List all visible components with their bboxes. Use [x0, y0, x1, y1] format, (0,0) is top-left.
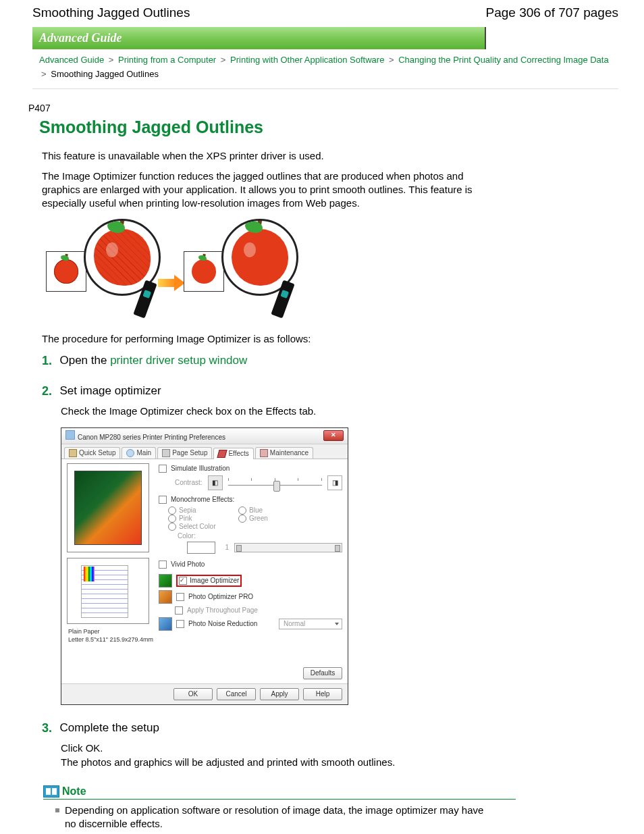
- step-1: 1. Open the printer driver setup window: [42, 354, 618, 368]
- color-label: Color:: [178, 532, 196, 540]
- media-size: Letter 8.5"x11" 215.9x279.4mm: [68, 636, 153, 644]
- image-optimizer-label: Image Optimizer: [190, 577, 239, 585]
- printer-driver-setup-link[interactable]: printer driver setup window: [110, 354, 247, 367]
- intro-paragraph-2: The Image Optimizer function reduces the…: [42, 170, 501, 211]
- crumb-sep: >: [389, 55, 394, 65]
- noise-level-dropdown[interactable]: Normal: [279, 619, 342, 629]
- procedures-intro: The procedure for performing Image Optim…: [42, 332, 501, 346]
- preview-image: [67, 463, 149, 552]
- vivid-photo-checkbox[interactable]: [159, 561, 167, 569]
- maintenance-icon: [260, 449, 268, 457]
- crumb-current: Smoothing Jagged Outlines: [51, 69, 159, 79]
- note-header: Note: [43, 785, 516, 800]
- tab-effects[interactable]: Effects: [213, 448, 253, 459]
- pink-label: Pink: [179, 515, 192, 523]
- color-value: 1: [221, 544, 229, 552]
- crumb-sep: >: [109, 55, 114, 65]
- tab-page-setup[interactable]: Page Setup: [157, 447, 212, 459]
- contrast-high-icon: ◨: [327, 475, 342, 490]
- apply-button[interactable]: Apply: [260, 688, 299, 700]
- before-after-illustration: [42, 219, 609, 320]
- crumb-advanced-guide[interactable]: Advanced Guide: [39, 55, 104, 65]
- tab-quick-setup-label: Quick Setup: [79, 449, 115, 457]
- after-panel: [180, 219, 301, 320]
- photo-optimizer-pro-label: Photo Optimizer PRO: [188, 593, 253, 601]
- image-optimizer-highlight: Image Optimizer: [176, 575, 242, 587]
- crumb-quality[interactable]: Changing the Print Quality and Correctin…: [398, 55, 608, 65]
- color-slider[interactable]: [234, 543, 342, 552]
- blue-label: Blue: [249, 506, 263, 515]
- note-title: Note: [62, 785, 86, 798]
- tab-main-label: Main: [136, 449, 151, 457]
- tab-maintenance-label: Maintenance: [270, 449, 308, 457]
- step-2-title: Set image optimizer: [59, 384, 161, 397]
- help-button[interactable]: Help: [303, 688, 342, 700]
- select-color-radio[interactable]: [168, 523, 176, 531]
- tab-main[interactable]: Main: [122, 447, 156, 459]
- window-icon: [65, 430, 75, 440]
- page-setup-icon: [162, 449, 170, 457]
- select-color-label: Select Color: [179, 523, 215, 531]
- step-3-title: Complete the setup: [59, 721, 159, 734]
- simulate-illustration-checkbox[interactable]: [159, 465, 167, 473]
- crumb-sep: >: [41, 69, 47, 79]
- contrast-low-icon: ◧: [208, 475, 223, 490]
- note-item: Depending on application software or res…: [55, 804, 487, 831]
- quick-setup-icon: [69, 449, 77, 457]
- contrast-label: Contrast:: [175, 479, 203, 487]
- intro-paragraph-1: This feature is unavailable when the XPS…: [42, 149, 501, 163]
- step-3-body-1: Click OK.: [61, 741, 493, 755]
- main-icon: [126, 449, 134, 457]
- crumb-other-app[interactable]: Printing with Other Application Software: [230, 55, 384, 65]
- close-button[interactable]: ✕: [323, 430, 344, 441]
- step-3-number: 3.: [42, 721, 57, 735]
- page-preview: [67, 558, 149, 624]
- preferences-dialog: Canon MP280 series Printer Printing Pref…: [61, 427, 348, 705]
- crumb-printing-computer[interactable]: Printing from a Computer: [118, 55, 216, 65]
- sepia-radio[interactable]: [168, 506, 176, 515]
- doc-code: P407: [28, 103, 618, 113]
- image-optimizer-icon: [159, 574, 172, 588]
- defaults-button[interactable]: Defaults: [303, 667, 342, 679]
- step-3-body-2: The photos and graphics will be adjusted…: [61, 755, 493, 769]
- color-swatch[interactable]: [187, 542, 215, 554]
- photo-optimizer-pro-icon: [159, 590, 172, 604]
- blue-radio[interactable]: [238, 506, 246, 515]
- tab-bar: Quick Setup Main Page Setup Effects Main…: [61, 444, 348, 459]
- window-title: Canon MP280 series Printer Printing Pref…: [78, 434, 225, 441]
- breadcrumb: Advanced Guide > Printing from a Compute…: [32, 49, 618, 89]
- media-type: Plain Paper: [68, 628, 153, 636]
- step-2-body: Check the Image Optimizer check box on t…: [61, 404, 493, 418]
- before-panel: [42, 219, 163, 320]
- ok-button[interactable]: OK: [173, 688, 213, 700]
- pink-radio[interactable]: [168, 515, 176, 523]
- page-indicator: Page 306 of 707 pages: [485, 5, 618, 20]
- contrast-slider[interactable]: [228, 477, 322, 489]
- tab-maintenance[interactable]: Maintenance: [255, 447, 313, 459]
- step-1-number: 1.: [42, 354, 57, 368]
- image-optimizer-checkbox[interactable]: [179, 577, 187, 585]
- tab-effects-label: Effects: [228, 450, 248, 458]
- photo-noise-reduction-checkbox[interactable]: [176, 620, 184, 628]
- simulate-illustration-label: Simulate Illustration: [171, 465, 230, 473]
- monochrome-effects-checkbox[interactable]: [159, 496, 167, 504]
- page-title: Smoothing Jagged Outlines: [39, 118, 618, 137]
- tab-quick-setup[interactable]: Quick Setup: [64, 447, 120, 459]
- green-radio[interactable]: [238, 515, 246, 523]
- guide-banner: Advanced Guide: [32, 27, 486, 49]
- apply-throughout-checkbox[interactable]: [175, 606, 183, 615]
- cancel-button[interactable]: Cancel: [217, 688, 256, 700]
- sepia-label: Sepia: [179, 506, 196, 515]
- step-2: 2. Set image optimizer Check the Image O…: [42, 384, 618, 705]
- green-label: Green: [249, 515, 268, 523]
- photo-noise-reduction-icon: [159, 617, 172, 631]
- step-1-text: Open the: [59, 354, 110, 367]
- photo-optimizer-pro-checkbox[interactable]: [176, 593, 184, 601]
- step-2-number: 2.: [42, 384, 57, 398]
- photo-noise-reduction-label: Photo Noise Reduction: [188, 620, 257, 628]
- crumb-sep: >: [221, 55, 226, 65]
- tab-page-setup-label: Page Setup: [172, 449, 207, 457]
- monochrome-effects-label: Monochrome Effects:: [171, 496, 234, 504]
- note-icon: [43, 785, 59, 798]
- vivid-photo-label: Vivid Photo: [171, 561, 205, 569]
